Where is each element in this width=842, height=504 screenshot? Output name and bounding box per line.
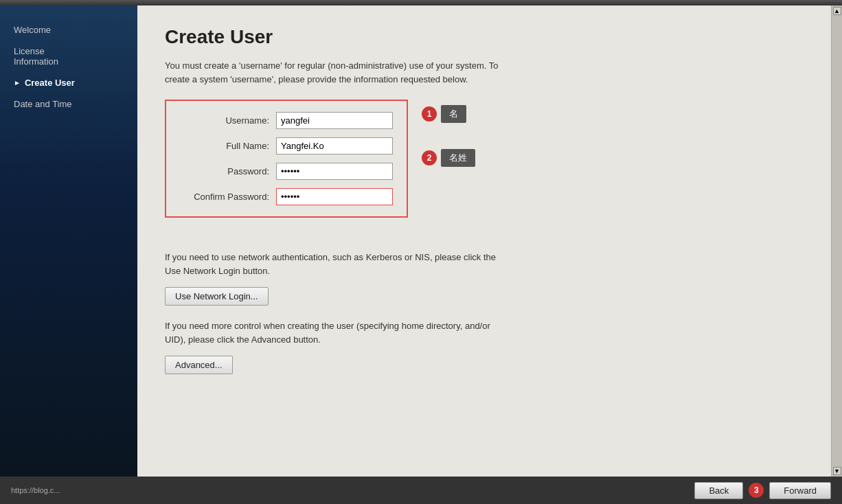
sidebar-item-label: Create User [25, 78, 75, 88]
forward-button[interactable]: Forward [769, 482, 831, 499]
sidebar: Welcome LicenseInformation ► Create User… [0, 5, 137, 477]
badge-2-label: 名姓 [441, 149, 475, 167]
badge-1-label: 名 [441, 105, 466, 123]
advanced-button[interactable]: Advanced... [165, 356, 233, 374]
use-network-login-button[interactable]: Use Network Login... [165, 287, 269, 306]
nav-buttons: Back 3 Forward [694, 482, 831, 499]
active-arrow-icon: ► [14, 79, 21, 87]
confirm-input[interactable] [276, 188, 393, 205]
sidebar-item-create-user[interactable]: ► Create User [0, 72, 137, 93]
fullname-input[interactable] [276, 137, 393, 154]
fullname-label: Full Name: [180, 141, 269, 151]
scroll-up-icon[interactable]: ▲ [833, 7, 841, 15]
sidebar-item-welcome[interactable]: Welcome [0, 19, 137, 41]
url-text: https://blog.c... [11, 486, 60, 494]
confirm-label: Confirm Password: [180, 192, 269, 202]
password-row: Password: [180, 163, 393, 180]
scrollbar[interactable]: ▲ ▼ [831, 5, 842, 477]
network-section: If you need to use network authenticatio… [165, 251, 508, 306]
confirm-row: Confirm Password: [180, 188, 393, 205]
advanced-section: If you need more control when creating t… [165, 319, 508, 374]
sidebar-item-date-and-time[interactable]: Date and Time [0, 93, 137, 115]
sidebar-item-label: Welcome [14, 25, 51, 35]
page-title: Create User [165, 26, 804, 48]
sidebar-item-label: Date and Time [14, 99, 72, 109]
user-form-box: Username: Full Name: Password: Confirm P… [165, 100, 408, 218]
content-area: Create User You must create a 'username'… [137, 5, 831, 477]
username-row: Username: [180, 112, 393, 129]
description-text: You must create a 'username' for regular… [165, 59, 508, 86]
username-label: Username: [180, 115, 269, 126]
annotation-2: 2 名姓 [422, 149, 475, 167]
sidebar-item-license-information[interactable]: LicenseInformation [0, 41, 137, 72]
badge-2: 2 [422, 150, 437, 165]
top-bar [0, 0, 842, 5]
badge-1: 1 [422, 106, 437, 122]
advanced-text: If you need more control when creating t… [165, 319, 508, 346]
annotation-1: 1 名 [422, 105, 475, 123]
sidebar-item-label: LicenseInformation [14, 46, 58, 67]
username-input[interactable] [276, 112, 393, 129]
scroll-down-icon[interactable]: ▼ [833, 467, 841, 475]
bottom-bar: https://blog.c... Back 3 Forward [0, 477, 842, 504]
back-button[interactable]: Back [694, 482, 743, 499]
badge-3: 3 [749, 483, 764, 498]
password-input[interactable] [276, 163, 393, 180]
fullname-row: Full Name: [180, 137, 393, 154]
annotations-container: 1 名 2 名姓 [422, 100, 475, 181]
password-label: Password: [180, 166, 269, 176]
network-text: If you need to use network authenticatio… [165, 251, 508, 277]
